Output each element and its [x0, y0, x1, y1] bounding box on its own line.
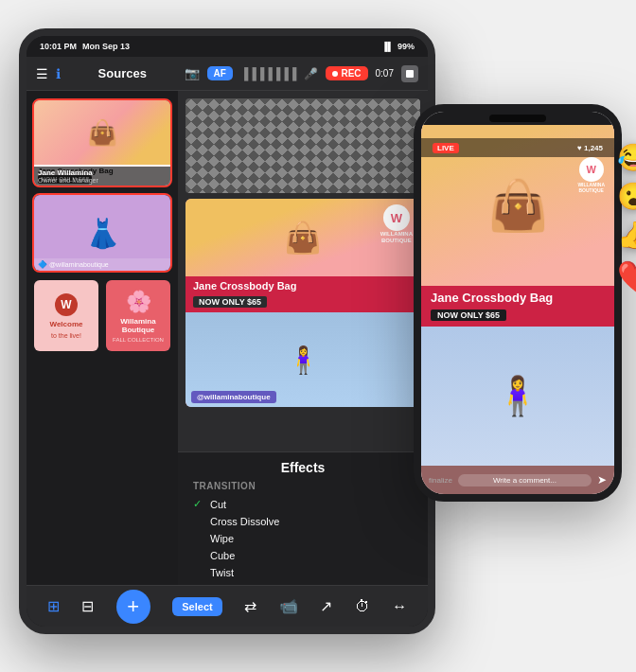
phone-logo-text: WILLAMINABOUTIQUE — [577, 182, 605, 193]
export-icon[interactable]: ↗ — [320, 597, 332, 615]
mic-icon[interactable]: 🎤 — [304, 67, 318, 80]
select-button[interactable]: Select — [172, 597, 221, 616]
source-image-2: 👗 🔷 @willaminaboutique — [34, 195, 170, 271]
source-item-1[interactable]: 👜 Jane Crossbody Bag NOW ONLY $65 Jane W… — [32, 98, 172, 187]
rec-timer: 0:07 — [376, 68, 394, 79]
effects-cut-label: Cut — [210, 499, 226, 510]
phone-product-name: Jane Crossbody Bag — [431, 291, 605, 305]
source4-sub: FALL COLLECTION — [113, 337, 164, 343]
grid-icon[interactable]: ⊞ — [47, 597, 60, 615]
phone-person-emoji: 🧍‍♀️ — [494, 374, 541, 418]
source-image-3: W Welcome to the live! — [34, 280, 98, 351]
source-image-4: 🌸 Willamina Boutique FALL COLLECTION — [106, 280, 170, 351]
phone-status-bar: LIVE ♥ 1,245 — [421, 138, 614, 157]
rec-button[interactable]: REC — [326, 66, 367, 80]
source3-background: W Welcome to the live! — [34, 280, 98, 351]
effects-item-twist[interactable]: Twist — [178, 564, 428, 581]
phone-send-icon[interactable]: ➤ — [597, 473, 607, 486]
arrows-icon[interactable]: ↔ — [392, 598, 407, 615]
effects-item-wipe[interactable]: Wipe — [178, 530, 428, 547]
tablet-bottombar: ⊞ ⊟ + Select ⇄ 📹 ↗ ⏱ ↔ — [26, 585, 428, 627]
status-time: 10:01 PM — [40, 42, 77, 51]
effects-title: Effects — [178, 460, 428, 475]
source-item-4[interactable]: 🌸 Willamina Boutique FALL COLLECTION — [104, 278, 172, 353]
tablet: 10:01 PM Mon Sep 13 ▐▌ 99% ☰ ℹ Sources 📷… — [19, 28, 435, 634]
sources-panel: 👜 Jane Crossbody Bag NOW ONLY $65 Jane W… — [26, 91, 178, 585]
source3-sub: to the live! — [51, 332, 81, 339]
phone-caption-bar: Jane Crossbody Bag NOW ONLY $65 — [421, 286, 614, 327]
effects-item-cross-dissolve[interactable]: Cross Dissolve — [178, 513, 428, 530]
phone-logo: W WILLAMINABOUTIQUE — [577, 157, 605, 193]
source-item-3[interactable]: W Welcome to the live! — [32, 278, 100, 353]
preview-person: 🧍‍♀️ @willaminaboutique — [186, 312, 420, 407]
phone-price: NOW ONLY $65 — [431, 309, 506, 321]
preview-watermark: @willaminaboutique — [191, 391, 276, 403]
source1-background: 👜 Jane Crossbody Bag NOW ONLY $65 Jane W… — [34, 100, 170, 186]
source4-background: 🌸 Willamina Boutique FALL COLLECTION — [106, 280, 170, 351]
status-date: Mon Sep 13 — [82, 42, 130, 51]
effects-cross-dissolve-label: Cross Dissolve — [210, 516, 279, 527]
phone-notch — [421, 112, 614, 125]
source2-text: @willaminaboutique — [49, 261, 109, 268]
preview-empty-slot — [186, 98, 420, 193]
source2-background: 👗 🔷 @willaminaboutique — [34, 195, 170, 271]
layout-icon[interactable]: ⊟ — [81, 597, 94, 615]
phone-bottom-bar: finalize Write a comment... ➤ — [421, 466, 614, 494]
source-image-1: 👜 Jane Crossbody Bag NOW ONLY $65 Jane W… — [34, 100, 170, 186]
preview-product-name: Jane Crossbody Bag — [193, 280, 413, 292]
phone-product-emoji: 👜 — [487, 177, 549, 235]
preview-panel: W WILLAMINABOUTIQUE 👜 Jane Crossbody Bag… — [178, 91, 428, 585]
phone-comment-input[interactable]: Write a comment... — [458, 474, 592, 486]
video-icon[interactable]: 📹 — [279, 597, 298, 615]
add-button[interactable]: + — [116, 590, 150, 624]
phone: LIVE ♥ 1,245 W WILLAMINABOUTIQUE 👜 Jane … — [414, 104, 622, 502]
source-item-2[interactable]: 👗 🔷 @willaminaboutique — [32, 193, 172, 273]
source2-watermark: 🔷 @willaminaboutique — [34, 258, 170, 271]
source4-icon: 🌸 — [126, 290, 151, 314]
reaction-thumbs-up: 👍 — [617, 220, 636, 251]
preview-logo: W WILLAMINABOUTIQUE — [380, 204, 413, 243]
effects-section-label: TRANSITION — [178, 481, 428, 491]
product-bag-emoji: 👜 — [284, 220, 322, 256]
phone-notch-pill — [489, 115, 546, 122]
reactions-container: 😂 😮 👍 ❤️ — [617, 142, 636, 294]
preview-logo-text: WILLAMINABOUTIQUE — [380, 231, 413, 243]
audio-levels: ▐▐▐▐▐▐▐ — [240, 67, 297, 80]
af-button[interactable]: AF — [207, 66, 233, 80]
stop-button[interactable] — [401, 65, 418, 82]
reaction-heart: ❤️ — [617, 258, 636, 294]
menu-icon[interactable]: ☰ — [36, 66, 48, 81]
source1-name: Jane Willamina — [38, 168, 167, 177]
sources-bottom-row: W Welcome to the live! 🌸 Willamina Bouti… — [32, 278, 172, 353]
source1-title: Owner and Manager — [38, 177, 167, 184]
rec-dot — [332, 71, 338, 77]
rec-label: REC — [341, 68, 361, 79]
scene: 10:01 PM Mon Sep 13 ▐▌ 99% ☰ ℹ Sources 📷… — [0, 0, 636, 672]
statusbar-right: ▐▌ 99% — [381, 42, 415, 51]
vimeo-icon: 🔷 — [38, 260, 47, 269]
tablet-toolbar: ☰ ℹ Sources 📷 AF ▐▐▐▐▐▐▐ 🎤 REC 0:07 — [26, 57, 428, 91]
phone-logo-circle: W — [579, 157, 604, 182]
effects-item-cut[interactable]: ✓ Cut — [178, 495, 428, 513]
camera-icon[interactable]: 📷 — [185, 66, 200, 80]
phone-content: LIVE ♥ 1,245 W WILLAMINABOUTIQUE 👜 Jane … — [421, 125, 614, 494]
person-emoji: 🧍‍♀️ — [287, 345, 320, 376]
source1-overlay: Jane Willamina Owner and Manager — [34, 167, 170, 186]
effects-wipe-label: Wipe — [210, 533, 234, 544]
effects-twist-label: Twist — [210, 567, 234, 578]
phone-viewers: ♥ 1,245 — [577, 144, 603, 152]
effects-item-cube[interactable]: Cube — [178, 547, 428, 564]
effects-cube-label: Cube — [210, 550, 235, 561]
battery-pct: 99% — [398, 42, 415, 51]
swap-icon[interactable]: ⇄ — [244, 597, 256, 615]
info-icon[interactable]: ℹ — [56, 66, 61, 81]
tablet-statusbar: 10:01 PM Mon Sep 13 ▐▌ 99% — [26, 36, 428, 57]
tablet-content: 👜 Jane Crossbody Bag NOW ONLY $65 Jane W… — [26, 91, 428, 585]
phone-finalize-label[interactable]: finalize — [429, 476, 452, 485]
source3-text: Welcome — [50, 320, 83, 328]
timer-icon[interactable]: ⏱ — [355, 598, 370, 615]
reaction-laugh: 😂 — [617, 142, 636, 173]
effects-panel: Effects TRANSITION ✓ Cut Cross Dissolve … — [178, 451, 428, 585]
source1-product: 👜 — [34, 100, 170, 165]
check-icon: ✓ — [193, 498, 204, 510]
